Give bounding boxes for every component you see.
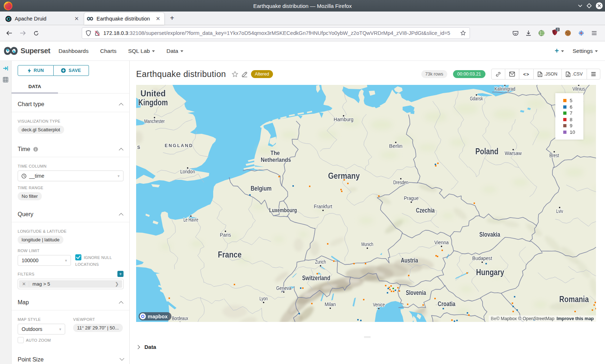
- svg-text:Poland: Poland: [475, 147, 498, 156]
- svg-text:Manchester: Manchester: [144, 118, 165, 124]
- svg-text:Czechia: Czechia: [416, 206, 435, 214]
- svg-text:Lyon: Lyon: [260, 296, 268, 301]
- svg-text:Slovenia: Slovenia: [406, 289, 426, 296]
- svg-text:Netherlands: Netherlands: [261, 156, 291, 163]
- svg-text:Slovakia: Slovakia: [479, 231, 500, 238]
- svg-text:ENGLAND: ENGLAND: [165, 143, 193, 148]
- svg-text:Milan: Milan: [325, 301, 336, 307]
- svg-text:Berlin: Berlin: [389, 143, 403, 149]
- svg-text:Frankfurt: Frankfurt: [314, 204, 332, 209]
- svg-text:Kingdom: Kingdom: [138, 98, 168, 107]
- svg-text:Switzerland: Switzerland: [302, 274, 330, 282]
- svg-text:Geneva: Geneva: [276, 285, 292, 291]
- svg-text:United: United: [140, 89, 166, 98]
- svg-text:Bordeaux: Bordeaux: [172, 315, 189, 321]
- svg-text:Dresden: Dresden: [393, 179, 408, 185]
- svg-text:Vilnius: Vilnius: [573, 86, 585, 92]
- svg-text:France: France: [218, 250, 242, 259]
- svg-text:Munich: Munich: [362, 241, 373, 247]
- svg-text:Austria: Austria: [401, 256, 418, 264]
- svg-text:ES: ES: [136, 145, 141, 150]
- svg-text:Romania: Romania: [559, 295, 589, 304]
- svg-text:Belgium: Belgium: [251, 185, 272, 192]
- svg-text:Vienna: Vienna: [434, 240, 449, 245]
- svg-text:Luxembourg: Luxembourg: [269, 207, 297, 214]
- svg-text:Paris: Paris: [220, 232, 231, 238]
- svg-text:Lviv: Lviv: [556, 208, 564, 214]
- svg-text:Kaliningrad: Kaliningrad: [494, 86, 515, 92]
- svg-text:The: The: [270, 150, 280, 156]
- svg-text:Warsaw: Warsaw: [505, 150, 522, 156]
- svg-text:Gdansk: Gdansk: [470, 96, 483, 101]
- svg-text:Hungary: Hungary: [476, 268, 504, 277]
- svg-text:Croatia: Croatia: [438, 300, 456, 308]
- svg-text:Le Havre: Le Havre: [184, 217, 198, 223]
- svg-text:Brest: Brest: [550, 153, 559, 158]
- svg-text:London: London: [180, 169, 195, 174]
- svg-text:Budapest: Budapest: [472, 255, 492, 261]
- svg-text:Prague: Prague: [404, 195, 419, 201]
- svg-text:Venice: Venice: [373, 302, 385, 308]
- svg-text:Hamburg: Hamburg: [334, 117, 354, 122]
- svg-text:Zurich: Zurich: [315, 259, 326, 265]
